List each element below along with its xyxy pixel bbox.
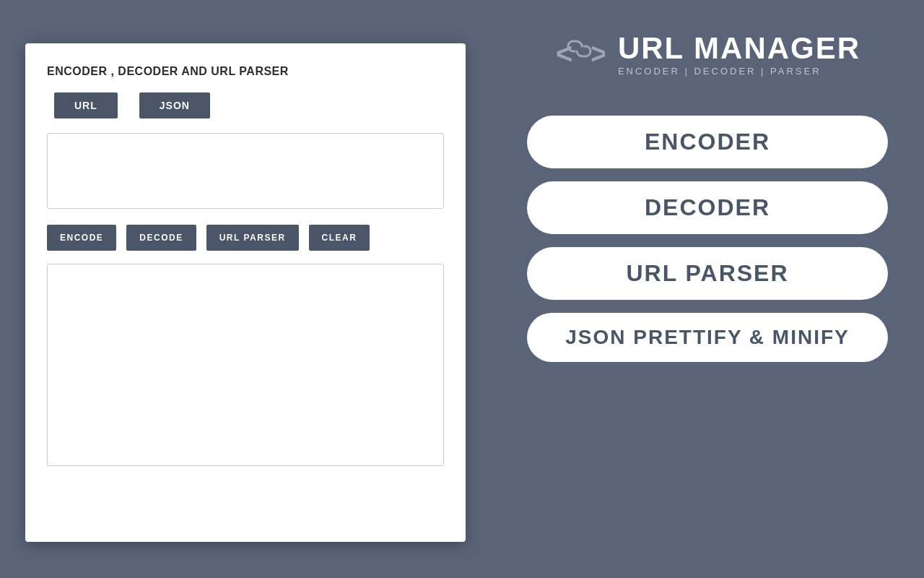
svg-text:>: > — [590, 38, 605, 69]
menu-item-json-label: JSON PRETTIFY & MINIFY — [565, 326, 850, 348]
encode-button[interactable]: ENCODE — [47, 225, 116, 251]
tab-json-button[interactable]: JSON — [139, 92, 210, 118]
main-card: ENCODER , DECODER AND URL PARSER URL JSO… — [25, 43, 466, 542]
menu-item-url-parser-label: URL PARSER — [626, 260, 788, 286]
brand-title: URL MANAGER — [618, 32, 860, 65]
output-textarea[interactable] — [47, 264, 444, 466]
brand-subtitle: ENCODER | DECODER | PARSER — [618, 66, 860, 77]
tab-url-button[interactable]: URL — [54, 92, 118, 118]
action-row: ENCODE DECODE URL PARSER CLEAR — [47, 225, 444, 251]
decode-button[interactable]: DECODE — [126, 225, 196, 251]
clear-button[interactable]: CLEAR — [309, 225, 370, 251]
menu-item-url-parser[interactable]: URL PARSER — [527, 247, 888, 300]
brand-text: URL MANAGER ENCODER | DECODER | PARSER — [618, 32, 860, 76]
menu-item-json[interactable]: JSON PRETTIFY & MINIFY — [527, 313, 888, 362]
brand-icon: < > — [554, 29, 605, 79]
input-textarea[interactable] — [47, 133, 444, 209]
menu-item-decoder-label: DECODER — [645, 194, 770, 220]
brand-row: < > URL MANAGER ENCODER | DECODER | PARS… — [554, 29, 860, 79]
menu-item-encoder[interactable]: ENCODER — [527, 116, 888, 168]
right-panel: < > URL MANAGER ENCODER | DECODER | PARS… — [491, 0, 924, 578]
menu-list: ENCODER DECODER URL PARSER JSON PRETTIFY… — [527, 116, 888, 362]
tab-row: URL JSON — [47, 92, 444, 118]
card-title: ENCODER , DECODER AND URL PARSER — [47, 65, 444, 78]
url-parser-button[interactable]: URL PARSER — [206, 225, 299, 251]
menu-item-decoder[interactable]: DECODER — [527, 181, 888, 234]
menu-item-encoder-label: ENCODER — [645, 129, 770, 155]
left-panel: ENCODER , DECODER AND URL PARSER URL JSO… — [0, 0, 491, 578]
